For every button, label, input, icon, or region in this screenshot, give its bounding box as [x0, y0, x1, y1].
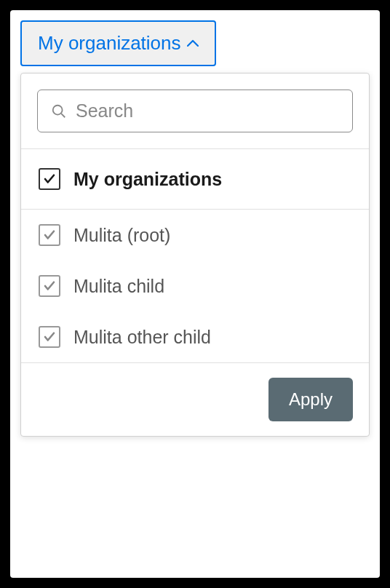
checkbox[interactable] — [39, 326, 60, 348]
organizations-dropdown-trigger[interactable]: My organizations — [20, 20, 216, 66]
option-mulita-other-child[interactable]: Mulita other child — [21, 311, 369, 362]
option-label: My organizations — [73, 169, 222, 190]
option-mulita-root[interactable]: Mulita (root) — [21, 210, 369, 261]
checkbox[interactable] — [39, 275, 60, 297]
checkmark-icon — [43, 279, 56, 293]
checkmark-icon — [43, 229, 56, 242]
apply-button[interactable]: Apply — [268, 378, 353, 421]
option-label: Mulita child — [73, 276, 164, 297]
organizations-dropdown-panel: My organizations Mulita (root) Mulita ch… — [20, 73, 370, 437]
options-list: My organizations Mulita (root) Mulita ch… — [21, 149, 369, 362]
checkbox[interactable] — [39, 224, 60, 246]
search-icon — [51, 103, 67, 119]
svg-line-1 — [61, 114, 65, 117]
checkmark-icon — [43, 172, 56, 186]
option-label: Mulita other child — [73, 327, 211, 348]
svg-point-0 — [53, 105, 63, 114]
option-mulita-child[interactable]: Mulita child — [21, 261, 369, 311]
search-box[interactable] — [37, 90, 353, 132]
checkmark-icon — [43, 330, 56, 343]
option-my-organizations[interactable]: My organizations — [21, 149, 369, 210]
option-label: Mulita (root) — [73, 225, 170, 246]
chevron-up-icon — [187, 36, 199, 49]
search-wrapper — [21, 74, 369, 149]
checkbox[interactable] — [39, 168, 60, 190]
search-input[interactable] — [76, 100, 339, 122]
dropdown-footer: Apply — [21, 362, 369, 436]
dropdown-trigger-label: My organizations — [38, 32, 181, 55]
